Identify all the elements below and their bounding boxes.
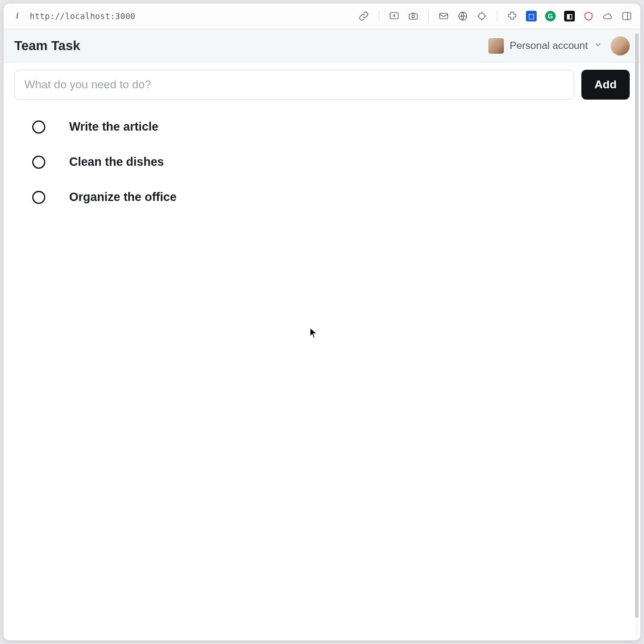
site-info-icon[interactable]: i — [12, 11, 23, 21]
svg-rect-6 — [623, 13, 631, 20]
extension-chip-green[interactable]: G — [545, 11, 556, 21]
browser-toolbar: i http://localhost:3000 — [4, 4, 640, 29]
account-switcher[interactable]: Personal account — [488, 38, 602, 54]
task-checkbox[interactable] — [32, 120, 45, 134]
download-tray-icon[interactable] — [389, 11, 400, 21]
extensions-icon[interactable] — [507, 11, 518, 21]
account-avatar-small — [488, 38, 504, 54]
app-header: Team Task Personal account — [4, 29, 640, 63]
mail-icon[interactable] — [438, 11, 449, 21]
task-checkbox[interactable] — [32, 191, 45, 204]
task-item: Write the article — [14, 109, 630, 144]
task-list: Write the article Clean the dishes Organ… — [14, 109, 630, 215]
cloud-icon[interactable] — [602, 11, 613, 21]
toolbar-separator — [379, 11, 379, 21]
toolbar-separator — [497, 11, 497, 21]
link-icon[interactable] — [358, 11, 369, 21]
scrollbar[interactable] — [635, 33, 639, 637]
globe-icon[interactable] — [457, 11, 468, 21]
account-label: Personal account — [510, 40, 588, 52]
task-checkbox[interactable] — [32, 156, 45, 169]
chevron-down-icon — [594, 41, 602, 51]
task-input[interactable] — [14, 70, 574, 100]
url-text[interactable]: http://localhost:3000 — [30, 11, 135, 21]
app-title: Team Task — [14, 38, 80, 54]
svg-rect-3 — [439, 14, 448, 19]
extension-chip-blue[interactable]: ⬚ — [526, 11, 537, 21]
browser-window: i http://localhost:3000 — [4, 4, 640, 640]
task-text: Clean the dishes — [69, 155, 164, 169]
extension-chip-dark[interactable]: ◧ — [564, 11, 575, 21]
svg-point-2 — [412, 16, 415, 18]
add-task-row: Add — [14, 70, 630, 100]
pocket-icon[interactable] — [583, 11, 594, 21]
add-button[interactable]: Add — [581, 70, 630, 100]
screenshot-icon[interactable] — [408, 11, 419, 21]
svg-point-5 — [479, 13, 485, 20]
crosshair-icon[interactable] — [476, 11, 487, 21]
user-avatar[interactable] — [611, 36, 630, 55]
toolbar-icons: ⬚ G ◧ — [358, 11, 632, 21]
task-text: Write the article — [69, 120, 159, 134]
main-content: Add Write the article Clean the dishes O… — [4, 63, 640, 640]
task-text: Organize the office — [69, 190, 177, 204]
toolbar-separator — [428, 11, 429, 21]
task-item: Organize the office — [14, 179, 630, 215]
task-item: Clean the dishes — [14, 144, 630, 179]
svg-rect-1 — [409, 14, 417, 19]
sidebar-toggle-icon[interactable] — [621, 11, 632, 21]
